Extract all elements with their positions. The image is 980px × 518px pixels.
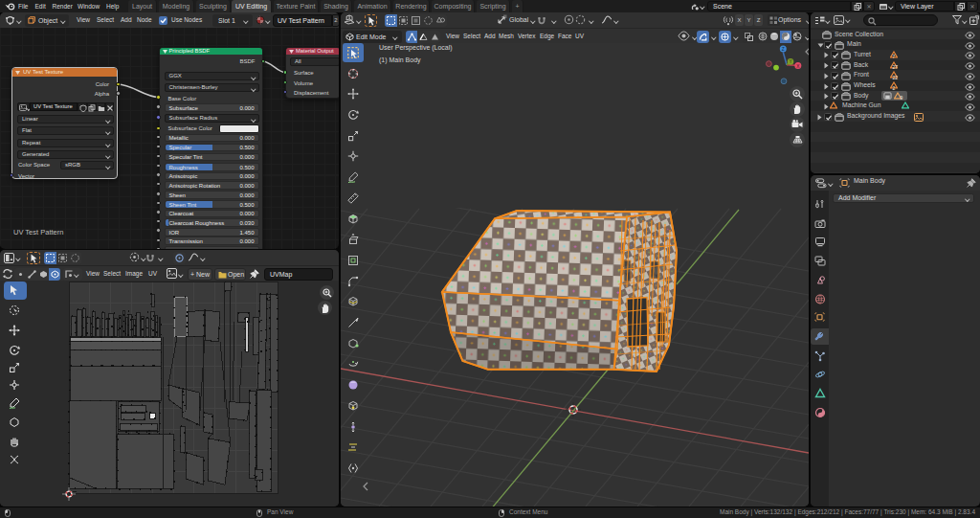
svg-text:Z: Z	[782, 47, 785, 52]
